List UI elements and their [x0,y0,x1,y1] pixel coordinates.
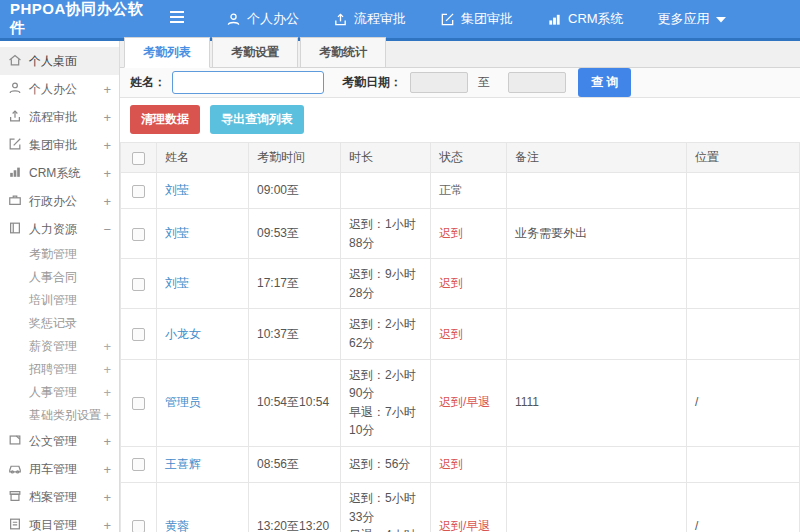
sidebar-subitem-personnel-management[interactable]: 人事管理 + [0,381,119,404]
sidebar-item-human-resources[interactable]: 人力资源 − [0,215,119,243]
sidebar-subitem-hr-contract[interactable]: 人事合同 [0,266,119,289]
export-list-button[interactable]: 导出查询列表 [210,105,304,134]
column-header-location: 位置 [687,143,800,173]
sidebar-subitem-reward-punishment[interactable]: 奖惩记录 [0,312,119,335]
tab-bar: 考勤列表 考勤设置 考勤统计 [120,41,800,68]
sidebar-subitem-salary-management[interactable]: 薪资管理 + [0,335,119,358]
nav-item-crm-system[interactable]: CRM系统 [547,10,624,28]
attendance-time: 08:56至 [249,446,341,482]
sidebar-subitem-attendance-management[interactable]: 考勤管理 [0,243,119,266]
status-badge: 迟到/早退 [431,359,507,446]
status-badge: 迟到 [431,209,507,259]
status-badge: 迟到/早退 [431,482,507,532]
attendance-time: 10:37至 [249,309,341,359]
sidebar-item-label: 项目管理 [29,517,77,532]
table-row: 刘莹 09:00至 正常 [121,173,800,209]
user-icon [226,12,241,27]
project-icon [8,517,22,532]
status-badge: 迟到 [431,259,507,309]
row-checkbox[interactable] [132,397,145,410]
app-logo[interactable]: PHPOA协同办公软件 [0,0,162,38]
note-cell [507,446,687,482]
date-from-input[interactable] [410,72,468,93]
sidebar-item-desktop[interactable]: 个人桌面 [0,47,119,75]
sidebar-item-workflow-approval[interactable]: 流程审批 + [0,103,119,131]
briefcase-icon [8,193,22,210]
sidebar-subitem-base-category-settings[interactable]: 基础类别设置 + [0,404,119,427]
select-all-checkbox[interactable] [132,152,145,165]
row-checkbox[interactable] [132,228,145,241]
note-cell: 业务需要外出 [507,209,687,259]
expand-indicator: + [103,339,111,354]
hamburger-icon [169,10,185,28]
employee-name-link[interactable]: 管理员 [165,395,201,409]
date-filter-label: 考勤日期： [342,74,402,91]
expand-indicator: + [103,408,111,423]
sidebar-item-label: 人力资源 [29,221,77,238]
name-filter-input[interactable] [172,71,324,94]
hamburger-menu-button[interactable] [162,10,192,28]
tab-attendance-statistics[interactable]: 考勤统计 [300,37,386,68]
nav-item-group-approval[interactable]: 集团审批 [440,10,513,28]
column-header-status: 状态 [431,143,507,173]
user-icon [8,81,22,98]
employee-name-link[interactable]: 刘莹 [165,226,189,240]
column-header-time: 考勤时间 [249,143,341,173]
location-cell: / [687,359,800,446]
sidebar-item-label: 流程审批 [29,109,77,126]
sidebar-item-vehicle-management[interactable]: 用车管理 + [0,455,119,483]
sidebar-item-project-management[interactable]: 项目管理 + [0,511,119,532]
sidebar-item-label: 集团审批 [29,137,77,154]
sidebar-subitem-training-management[interactable]: 培训管理 [0,289,119,312]
duration-cell: 迟到：56分 [341,446,431,482]
table-row: 小龙女 10:37至 迟到：2小时62分 迟到 [121,309,800,359]
tab-attendance-settings[interactable]: 考勤设置 [212,37,298,68]
car-icon [8,461,22,478]
table-row: 王喜辉 08:56至 迟到：56分 迟到 [121,446,800,482]
employee-name-link[interactable]: 刘莹 [165,276,189,290]
sidebar-item-admin-office[interactable]: 行政办公 + [0,187,119,215]
nav-item-workflow-approval[interactable]: 流程审批 [333,10,406,28]
nav-item-label: 更多应用 [658,10,710,28]
column-header-note: 备注 [507,143,687,173]
attendance-time: 10:54至10:54 [249,359,341,446]
employee-name-link[interactable]: 黄蓉 [165,519,189,532]
nav-item-personal-office[interactable]: 个人办公 [226,10,299,28]
duration-cell: 迟到：1小时88分 [341,209,431,259]
row-checkbox[interactable] [132,328,145,341]
tab-attendance-list[interactable]: 考勤列表 [124,37,210,68]
sidebar-item-group-approval[interactable]: 集团审批 + [0,131,119,159]
sidebar-subitem-label: 人事管理 [29,384,77,401]
row-checkbox[interactable] [132,278,145,291]
sidebar-item-label: 个人办公 [29,81,77,98]
sidebar-item-document-management[interactable]: 公文管理 + [0,427,119,455]
note-cell: 1111 [507,359,687,446]
status-badge: 正常 [431,173,507,209]
employee-name-link[interactable]: 王喜辉 [165,457,201,471]
row-checkbox[interactable] [132,520,145,532]
archive-icon [8,489,22,506]
clear-data-button[interactable]: 清理数据 [130,105,200,134]
note-cell [507,173,687,209]
employee-name-link[interactable]: 小龙女 [165,327,201,341]
sidebar-subitem-recruitment-management[interactable]: 招聘管理 + [0,358,119,381]
expand-indicator: + [103,434,111,449]
table-row: 刘莹 17:17至 迟到：9小时28分 迟到 [121,259,800,309]
employee-name-link[interactable]: 刘莹 [165,183,189,197]
expand-indicator: + [103,385,111,400]
date-to-input[interactable] [508,72,566,93]
sidebar-item-personal-office[interactable]: 个人办公 + [0,75,119,103]
table-row: 管理员 10:54至10:54 迟到：2小时90分早退：7小时10分 迟到/早退… [121,359,800,446]
expand-indicator: + [103,138,111,153]
row-checkbox[interactable] [132,458,145,471]
sidebar-item-archive-management[interactable]: 档案管理 + [0,483,119,511]
column-header-name: 姓名 [157,143,249,173]
sidebar-item-crm-system[interactable]: CRM系统 + [0,159,119,187]
expand-indicator: + [103,110,111,125]
duration-cell [341,173,431,209]
row-checkbox[interactable] [132,185,145,198]
sidebar-item-label: 个人桌面 [29,53,77,70]
query-button[interactable]: 查 询 [578,68,631,97]
attendance-time: 09:00至 [249,173,341,209]
nav-item-more-apps[interactable]: 更多应用 [658,10,726,28]
